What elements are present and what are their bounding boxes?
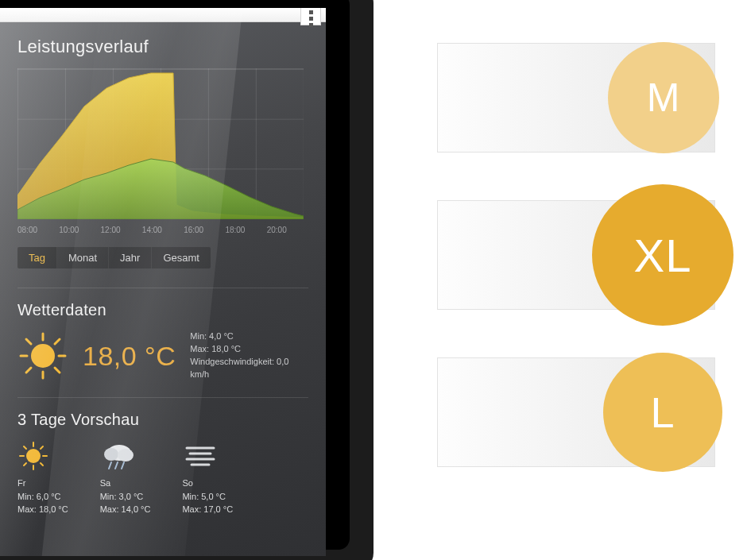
chart-x-axis: 08:00 10:00 12:00 14:00 16:00 18:00 20:0… xyxy=(17,222,308,234)
forecast-day-label: Fr xyxy=(17,477,68,490)
section-divider xyxy=(17,288,308,288)
forecast-max: Max: 18,0 °C xyxy=(17,503,68,516)
x-tick: 10:00 xyxy=(59,226,100,234)
forecast-day-fr: Fr Min: 6,0 °C Max: 18,0 °C xyxy=(17,440,68,516)
svg-line-22 xyxy=(115,462,118,469)
toggle-label: M xyxy=(647,75,681,121)
section-divider xyxy=(17,397,308,398)
size-toggle-xl[interactable]: XL xyxy=(437,200,715,310)
weather-details: Min: 4,0 °C Max: 18,0 °C Windgeschwindig… xyxy=(190,330,288,381)
x-tick: 14:00 xyxy=(142,226,184,234)
forecast-min: Min: 6,0 °C xyxy=(17,490,68,504)
fog-icon xyxy=(182,440,233,472)
top-toolbar xyxy=(0,8,326,22)
x-tick: 18:00 xyxy=(225,226,266,234)
svg-line-5 xyxy=(26,339,31,344)
chart-title: Leistungsverlauf xyxy=(17,37,308,57)
current-temperature: 18,0 °C xyxy=(83,341,176,372)
weather-title: Wetterdaten xyxy=(17,301,308,319)
forecast-day-sa: Sa Min: 3,0 °C Max: 14,0 °C xyxy=(100,440,151,516)
sun-icon xyxy=(17,440,68,472)
svg-point-9 xyxy=(26,449,41,463)
toggle-label: L xyxy=(650,388,675,437)
tab-monat[interactable]: Monat xyxy=(57,247,109,268)
svg-line-8 xyxy=(55,339,60,344)
svg-line-17 xyxy=(41,446,43,449)
x-tick: 12:00 xyxy=(101,226,142,234)
app-grid-button[interactable] xyxy=(300,8,321,25)
forecast-min: Min: 5,0 °C xyxy=(182,490,233,504)
forecast-day-label: Sa xyxy=(100,477,151,490)
tab-tag[interactable]: Tag xyxy=(17,247,57,268)
weather-current: 18,0 °C Min: 4,0 °C Max: 18,0 °C Windges… xyxy=(17,330,308,381)
svg-line-14 xyxy=(24,446,26,449)
screen-content: Leistungsverlauf xyxy=(0,22,326,516)
rain-cloud-icon xyxy=(100,440,151,472)
forecast-title: 3 Tage Vorschau xyxy=(17,411,308,429)
forecast-day-so: So Min: 5,0 °C Max: 17,0 °C xyxy=(182,440,233,516)
svg-point-19 xyxy=(104,448,118,461)
range-tabs: Tag Monat Jahr Gesamt xyxy=(17,247,211,268)
x-tick: 08:00 xyxy=(17,226,59,234)
svg-point-20 xyxy=(118,449,134,462)
weather-wind-unit: km/h xyxy=(190,369,288,381)
weather-max: Max: 18,0 °C xyxy=(190,343,288,356)
size-toggle-group: M XL L xyxy=(437,43,715,467)
svg-line-7 xyxy=(26,368,31,373)
app-screen: Leistungsverlauf xyxy=(0,8,326,556)
tab-jahr[interactable]: Jahr xyxy=(109,247,152,268)
toggle-knob: M xyxy=(608,42,719,153)
size-toggle-l[interactable]: L xyxy=(437,357,715,467)
svg-line-6 xyxy=(55,368,60,373)
toggle-knob: L xyxy=(603,353,722,472)
size-toggle-m[interactable]: M xyxy=(437,43,715,153)
toggle-knob: XL xyxy=(592,184,733,326)
forecast-max: Max: 17,0 °C xyxy=(182,503,233,516)
forecast-max: Max: 14,0 °C xyxy=(100,503,151,516)
performance-chart xyxy=(17,68,304,219)
weather-wind: Windgeschwindigkeit: 0,0 xyxy=(190,356,288,369)
chart-svg xyxy=(17,68,304,219)
forecast-min: Min: 3,0 °C xyxy=(100,490,151,504)
sun-icon xyxy=(17,330,68,381)
forecast-day-label: So xyxy=(182,477,233,490)
tablet-bezel: Leistungsverlauf xyxy=(0,0,350,550)
x-tick: 20:00 xyxy=(267,226,308,234)
forecast-row: Fr Min: 6,0 °C Max: 18,0 °C xyxy=(17,440,308,516)
weather-min: Min: 4,0 °C xyxy=(190,330,288,343)
svg-line-16 xyxy=(24,463,26,465)
x-tick: 16:00 xyxy=(184,226,225,234)
svg-line-15 xyxy=(41,463,43,465)
svg-line-21 xyxy=(109,462,111,469)
toggle-label: XL xyxy=(634,229,692,282)
tablet-device: Leistungsverlauf xyxy=(0,0,374,560)
tab-gesamt[interactable]: Gesamt xyxy=(152,247,211,268)
svg-line-23 xyxy=(122,462,124,469)
svg-point-0 xyxy=(31,344,55,368)
